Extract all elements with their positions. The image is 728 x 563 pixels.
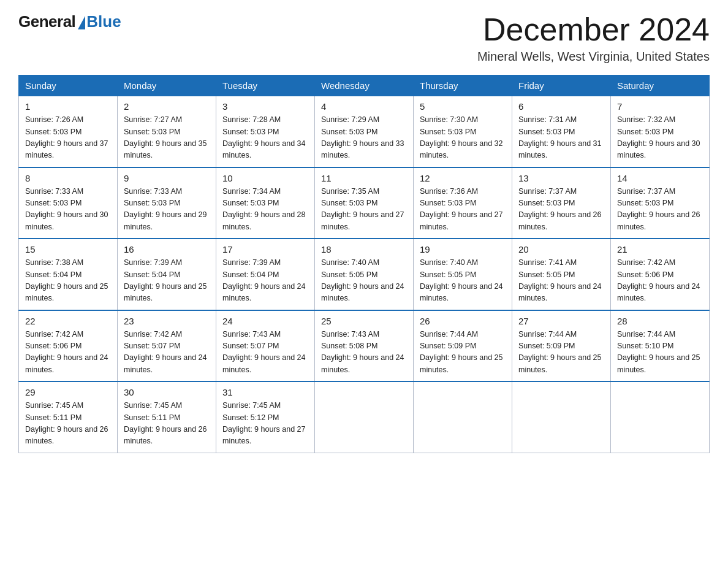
calendar-day-cell: 6 Sunrise: 7:31 AMSunset: 5:03 PMDayligh…: [512, 96, 611, 167]
logo: General Blue: [18, 12, 121, 31]
calendar-week-row: 1 Sunrise: 7:26 AMSunset: 5:03 PMDayligh…: [19, 96, 710, 167]
day-info: Sunrise: 7:40 AMSunset: 5:05 PMDaylight:…: [420, 258, 503, 302]
calendar-day-cell: 26 Sunrise: 7:44 AMSunset: 5:09 PMDaylig…: [414, 310, 512, 382]
day-number: 7: [617, 101, 703, 112]
calendar-week-row: 15 Sunrise: 7:38 AMSunset: 5:04 PMDaylig…: [19, 239, 710, 310]
day-info: Sunrise: 7:39 AMSunset: 5:04 PMDaylight:…: [124, 258, 207, 302]
calendar-day-cell: 12 Sunrise: 7:36 AMSunset: 5:03 PMDaylig…: [414, 167, 512, 239]
day-info: Sunrise: 7:31 AMSunset: 5:03 PMDaylight:…: [518, 115, 602, 159]
calendar-day-cell: 4 Sunrise: 7:29 AMSunset: 5:03 PMDayligh…: [315, 96, 414, 167]
day-number: 23: [124, 316, 210, 326]
day-number: 14: [617, 173, 703, 183]
logo-blue-text: Blue: [86, 12, 121, 31]
day-info: Sunrise: 7:44 AMSunset: 5:09 PMDaylight:…: [518, 330, 602, 374]
day-number: 26: [420, 316, 506, 326]
day-number: 19: [420, 244, 506, 255]
day-number: 29: [25, 387, 111, 397]
day-info: Sunrise: 7:34 AMSunset: 5:03 PMDaylight:…: [222, 187, 306, 231]
day-number: 21: [617, 244, 703, 255]
logo-general-text: General: [18, 12, 75, 31]
day-number: 12: [420, 173, 506, 183]
weekday-header-wednesday: Wednesday: [315, 75, 414, 96]
day-info: Sunrise: 7:36 AMSunset: 5:03 PMDaylight:…: [420, 187, 503, 231]
calendar-week-row: 8 Sunrise: 7:33 AMSunset: 5:03 PMDayligh…: [19, 167, 710, 239]
month-title: December 2024: [477, 12, 710, 47]
calendar-day-cell: 11 Sunrise: 7:35 AMSunset: 5:03 PMDaylig…: [315, 167, 414, 239]
calendar-day-cell: 28 Sunrise: 7:44 AMSunset: 5:10 PMDaylig…: [611, 310, 710, 382]
day-info: Sunrise: 7:45 AMSunset: 5:11 PMDaylight:…: [124, 401, 207, 445]
day-info: Sunrise: 7:43 AMSunset: 5:07 PMDaylight:…: [222, 330, 306, 374]
day-number: 4: [321, 101, 407, 112]
day-info: Sunrise: 7:33 AMSunset: 5:03 PMDaylight:…: [124, 187, 207, 231]
calendar-day-cell: 24 Sunrise: 7:43 AMSunset: 5:07 PMDaylig…: [216, 310, 315, 382]
day-number: 10: [222, 173, 308, 183]
day-number: 6: [518, 101, 604, 112]
calendar-day-cell: 20 Sunrise: 7:41 AMSunset: 5:05 PMDaylig…: [512, 239, 611, 310]
calendar-day-cell: 17 Sunrise: 7:39 AMSunset: 5:04 PMDaylig…: [216, 239, 315, 310]
day-info: Sunrise: 7:27 AMSunset: 5:03 PMDaylight:…: [124, 115, 207, 159]
calendar-day-cell: 19 Sunrise: 7:40 AMSunset: 5:05 PMDaylig…: [414, 239, 512, 310]
day-number: 8: [25, 173, 111, 183]
day-info: Sunrise: 7:43 AMSunset: 5:08 PMDaylight:…: [321, 330, 404, 374]
title-block: December 2024 Mineral Wells, West Virgin…: [477, 12, 710, 64]
page-header: General Blue December 2024 Mineral Wells…: [18, 12, 710, 64]
calendar-day-cell: 3 Sunrise: 7:28 AMSunset: 5:03 PMDayligh…: [216, 96, 315, 167]
day-number: 30: [124, 387, 210, 397]
calendar-day-cell: 18 Sunrise: 7:40 AMSunset: 5:05 PMDaylig…: [315, 239, 414, 310]
empty-cell: [611, 381, 710, 453]
day-info: Sunrise: 7:45 AMSunset: 5:12 PMDaylight:…: [222, 401, 306, 445]
day-info: Sunrise: 7:26 AMSunset: 5:03 PMDaylight:…: [25, 115, 108, 159]
empty-cell: [414, 381, 512, 453]
day-info: Sunrise: 7:42 AMSunset: 5:06 PMDaylight:…: [25, 330, 108, 374]
calendar-day-cell: 13 Sunrise: 7:37 AMSunset: 5:03 PMDaylig…: [512, 167, 611, 239]
calendar-day-cell: 1 Sunrise: 7:26 AMSunset: 5:03 PMDayligh…: [19, 96, 118, 167]
day-number: 2: [124, 101, 210, 112]
calendar-day-cell: 22 Sunrise: 7:42 AMSunset: 5:06 PMDaylig…: [19, 310, 118, 382]
weekday-header-thursday: Thursday: [414, 75, 512, 96]
day-info: Sunrise: 7:33 AMSunset: 5:03 PMDaylight:…: [25, 187, 108, 231]
day-info: Sunrise: 7:39 AMSunset: 5:04 PMDaylight:…: [222, 258, 306, 302]
day-number: 16: [124, 244, 210, 255]
day-number: 5: [420, 101, 506, 112]
calendar-day-cell: 5 Sunrise: 7:30 AMSunset: 5:03 PMDayligh…: [414, 96, 512, 167]
day-info: Sunrise: 7:41 AMSunset: 5:05 PMDaylight:…: [518, 258, 602, 302]
empty-cell: [315, 381, 414, 453]
day-number: 22: [25, 316, 111, 326]
day-info: Sunrise: 7:42 AMSunset: 5:06 PMDaylight:…: [617, 258, 700, 302]
calendar-day-cell: 2 Sunrise: 7:27 AMSunset: 5:03 PMDayligh…: [118, 96, 216, 167]
day-number: 15: [25, 244, 111, 255]
day-number: 13: [518, 173, 604, 183]
day-info: Sunrise: 7:29 AMSunset: 5:03 PMDaylight:…: [321, 115, 404, 159]
calendar-day-cell: 8 Sunrise: 7:33 AMSunset: 5:03 PMDayligh…: [19, 167, 118, 239]
day-number: 17: [222, 244, 308, 255]
calendar-day-cell: 16 Sunrise: 7:39 AMSunset: 5:04 PMDaylig…: [118, 239, 216, 310]
calendar-day-cell: 25 Sunrise: 7:43 AMSunset: 5:08 PMDaylig…: [315, 310, 414, 382]
day-number: 3: [222, 101, 308, 112]
day-info: Sunrise: 7:42 AMSunset: 5:07 PMDaylight:…: [124, 330, 207, 374]
day-info: Sunrise: 7:32 AMSunset: 5:03 PMDaylight:…: [617, 115, 700, 159]
calendar-table: SundayMondayTuesdayWednesdayThursdayFrid…: [18, 75, 710, 453]
day-info: Sunrise: 7:45 AMSunset: 5:11 PMDaylight:…: [25, 401, 108, 445]
day-number: 27: [518, 316, 604, 326]
day-number: 9: [124, 173, 210, 183]
calendar-day-cell: 15 Sunrise: 7:38 AMSunset: 5:04 PMDaylig…: [19, 239, 118, 310]
day-number: 25: [321, 316, 407, 326]
day-info: Sunrise: 7:44 AMSunset: 5:10 PMDaylight:…: [617, 330, 700, 374]
calendar-day-cell: 9 Sunrise: 7:33 AMSunset: 5:03 PMDayligh…: [118, 167, 216, 239]
day-number: 20: [518, 244, 604, 255]
weekday-header-friday: Friday: [512, 75, 611, 96]
calendar-day-cell: 7 Sunrise: 7:32 AMSunset: 5:03 PMDayligh…: [611, 96, 710, 167]
calendar-day-cell: 21 Sunrise: 7:42 AMSunset: 5:06 PMDaylig…: [611, 239, 710, 310]
day-info: Sunrise: 7:30 AMSunset: 5:03 PMDaylight:…: [420, 115, 503, 159]
weekday-header-row: SundayMondayTuesdayWednesdayThursdayFrid…: [19, 75, 710, 96]
day-number: 18: [321, 244, 407, 255]
day-number: 31: [222, 387, 308, 397]
weekday-header-sunday: Sunday: [19, 75, 118, 96]
day-info: Sunrise: 7:28 AMSunset: 5:03 PMDaylight:…: [222, 115, 306, 159]
calendar-day-cell: 10 Sunrise: 7:34 AMSunset: 5:03 PMDaylig…: [216, 167, 315, 239]
calendar-day-cell: 23 Sunrise: 7:42 AMSunset: 5:07 PMDaylig…: [118, 310, 216, 382]
empty-cell: [512, 381, 611, 453]
logo-triangle-icon: [78, 16, 85, 29]
calendar-day-cell: 29 Sunrise: 7:45 AMSunset: 5:11 PMDaylig…: [19, 381, 118, 453]
day-info: Sunrise: 7:37 AMSunset: 5:03 PMDaylight:…: [518, 187, 602, 231]
